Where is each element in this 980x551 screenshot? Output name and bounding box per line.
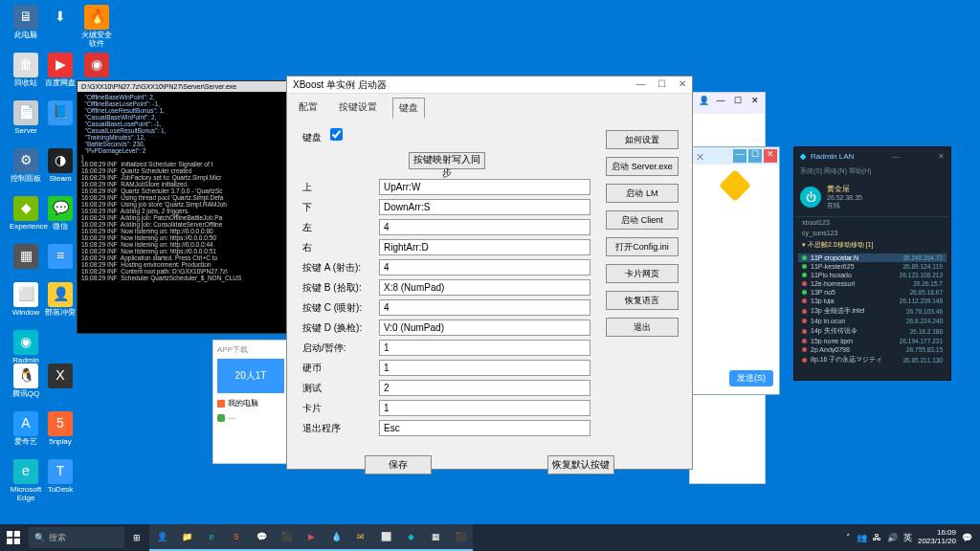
keybind-input-12[interactable]	[379, 420, 590, 436]
side-button-2[interactable]: 启动 LM	[606, 184, 679, 203]
radmin-menu[interactable]: 系统(S) 网络(N) 帮助(H)	[794, 165, 950, 178]
notifications-icon[interactable]: 💬	[962, 533, 972, 542]
close-popup-icon[interactable]: ✕	[696, 151, 704, 164]
tray-ime-icon[interactable]: 英	[903, 532, 912, 544]
desktop-icon[interactable]: ⬇	[44, 5, 77, 32]
radmin-titlebar[interactable]: ◆ Radmin LAN — ✕	[794, 147, 950, 165]
side-button-7[interactable]: 退出	[606, 318, 679, 337]
tray-people-icon[interactable]: 👥	[857, 533, 867, 542]
desktop-icon[interactable]: eMicrosoft Edge	[10, 459, 42, 503]
radmin-group[interactable]: cy_sons123	[794, 228, 950, 238]
desktop-icon[interactable]: 🔥火绒安全软件	[80, 5, 113, 49]
side-button-5[interactable]: 卡片网页	[606, 264, 679, 283]
radmin-peer[interactable]: 13P no526.85.18.67	[798, 288, 947, 297]
taskbar-app[interactable]: 👤	[149, 524, 174, 551]
taskbar-search[interactable]: 🔍 搜索	[29, 527, 124, 548]
maximize-icon[interactable]: ☐	[748, 149, 762, 163]
radmin-peer[interactable]: 11P cropostar.N26.240.204.73	[798, 253, 947, 262]
taskbar-app[interactable]: 5	[224, 524, 249, 551]
radmin-peer[interactable]: 13p 全能选手.intel26.78.103.46	[798, 305, 947, 317]
radmin-network-title[interactable]: ▾ 不思帧2.0移动移动 [1]	[794, 238, 950, 252]
keybind-input-7[interactable]	[379, 320, 590, 336]
desktop-icon[interactable]: ▶百度网盘	[44, 53, 77, 88]
desktop-icon[interactable]: 📘	[44, 100, 77, 127]
taskbar-app[interactable]: 💧	[323, 524, 348, 551]
avatar-icon[interactable]: 👤	[697, 96, 710, 109]
desktop-icon[interactable]: 📄Server	[10, 100, 42, 136]
taskbar-app[interactable]: ⬛	[448, 524, 473, 551]
keybind-input-1[interactable]	[379, 199, 590, 215]
desktop-icon[interactable]: 👤部落冲突	[44, 282, 77, 318]
keybind-input-5[interactable]	[379, 279, 590, 296]
taskbar-app[interactable]: ⬛	[274, 524, 299, 551]
taskbar-app[interactable]: ▶	[299, 524, 323, 551]
taskbar-app[interactable]: 📁	[174, 524, 199, 551]
desktop-icon[interactable]: 💬微信	[44, 196, 77, 231]
side-button-4[interactable]: 打开Config.ini	[606, 237, 679, 256]
radmin-group[interactable]: xboot123	[794, 217, 950, 228]
keybind-input-2[interactable]	[379, 219, 590, 235]
taskbar-app[interactable]: ▦	[423, 524, 448, 551]
tray-volume-icon[interactable]: 🔊	[887, 533, 898, 542]
tab-2[interactable]: 键盘	[392, 98, 425, 119]
desktop-icon[interactable]: ◆Experience	[10, 196, 42, 231]
panel-item[interactable]: 我的电脑	[228, 398, 258, 408]
keybind-input-6[interactable]	[379, 299, 590, 316]
desktop-icon[interactable]: 🖥此电脑	[10, 5, 42, 40]
task-view-icon[interactable]: ⊞	[124, 524, 149, 551]
taskbar-app[interactable]: ✉	[348, 524, 373, 551]
side-button-6[interactable]: 恢复语言	[606, 291, 679, 310]
desktop-icon[interactable]: 55nplay	[44, 411, 77, 447]
taskbar-clock[interactable]: 16:09 2023/11/20	[918, 529, 956, 546]
desktop-icon[interactable]: ⚙控制面板	[10, 148, 42, 184]
radmin-peer[interactable]: 11P-kester62526.89.124.119	[798, 262, 947, 271]
desktop-icon[interactable]: TToDesk	[44, 459, 77, 495]
close-icon[interactable]: ✕	[748, 96, 762, 109]
dialog-titlebar[interactable]: XBoost 单实例 启动器 — ☐ ✕	[287, 77, 692, 94]
minimize-icon[interactable]: —	[733, 149, 746, 163]
radmin-peer[interactable]: 11Pio huxado26.123.108.212	[798, 271, 947, 279]
side-button-1[interactable]: 启动 Server.exe	[606, 157, 679, 176]
tab-0[interactable]: 配置	[293, 98, 323, 119]
sync-mapping-button[interactable]: 按键映射写入同步	[409, 152, 485, 169]
maximize-icon[interactable]: ☐	[657, 78, 666, 89]
close-icon[interactable]: ✕	[938, 152, 945, 161]
radmin-peer[interactable]: 14p 失传传说令26.18.2.186	[798, 325, 947, 337]
maximize-icon[interactable]: ☐	[731, 96, 745, 109]
tab-1[interactable]: 按键设置	[333, 98, 383, 119]
radmin-peer[interactable]: 15p none lgxn26.194.177.231	[798, 337, 947, 345]
keybind-input-11[interactable]	[379, 400, 590, 416]
send-button[interactable]: 发送(S)	[729, 370, 773, 386]
tray-network-icon[interactable]: 🖧	[873, 533, 881, 542]
desktop-icon[interactable]: A爱奇艺	[10, 411, 42, 447]
taskbar-app[interactable]: ◆	[398, 524, 423, 551]
desktop-icon[interactable]: ▦	[10, 244, 42, 271]
keyboard-checkbox[interactable]	[330, 128, 343, 141]
desktop-icon[interactable]: X	[44, 364, 77, 390]
desktop-icon[interactable]: ⬜Window	[10, 282, 42, 318]
taskbar-app[interactable]: e	[199, 524, 224, 551]
desktop-icon[interactable]: 🐧腾讯QQ	[10, 364, 42, 399]
minimize-icon[interactable]: —	[714, 96, 727, 109]
desktop-icon[interactable]: ◑Steam	[44, 148, 77, 184]
power-icon[interactable]: ⏻	[800, 187, 821, 208]
radmin-peer[interactable]: 13p luja26.112.239.148	[798, 297, 947, 305]
close-icon[interactable]: ✕	[679, 78, 686, 89]
keybind-input-0[interactable]	[379, 179, 590, 195]
keybind-input-8[interactable]	[379, 340, 590, 356]
radmin-peer[interactable]: 8p.16 子の永远マジティ26.85.211.130	[798, 354, 947, 365]
reset-defaults-button[interactable]: 恢复默认按键	[547, 455, 614, 474]
tray-chevron-icon[interactable]: ˄	[846, 533, 851, 542]
radmin-peer[interactable]: 14p in.ocon26.8.224.240	[798, 317, 947, 325]
keybind-input-3[interactable]	[379, 239, 590, 255]
close-icon[interactable]: ✕	[764, 149, 777, 163]
console-titlebar[interactable]: D:\GXX10\PN27.7z\GXX10\PN27\Server\Serve…	[78, 81, 286, 92]
desktop-icon[interactable]: ≡	[44, 244, 77, 271]
desktop-icon[interactable]: 🗑回收站	[10, 53, 42, 88]
banner-tile[interactable]: 20人1T	[217, 359, 284, 393]
desktop-icon[interactable]: ◉	[80, 53, 113, 79]
save-button[interactable]: 保存	[365, 455, 432, 474]
keybind-input-4[interactable]	[379, 259, 590, 276]
start-button[interactable]	[0, 524, 27, 551]
taskbar-app[interactable]: 💬	[249, 524, 274, 551]
